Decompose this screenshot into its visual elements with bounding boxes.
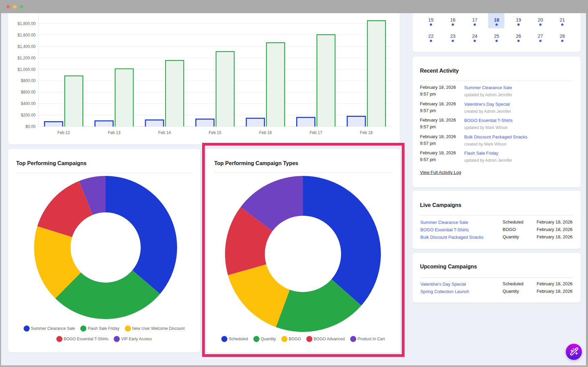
svg-text:21: 21 <box>560 17 565 23</box>
svg-text:$600.00: $600.00 <box>21 90 36 95</box>
svg-text:$2,000.00: $2,000.00 <box>18 13 36 14</box>
svg-text:$1,600.00: $1,600.00 <box>18 33 36 37</box>
svg-text:$1,800.00: $1,800.00 <box>18 21 36 26</box>
svg-text:17: 17 <box>472 17 477 23</box>
svg-text:Feb 15: Feb 15 <box>209 130 222 135</box>
svg-text:23: 23 <box>450 33 456 39</box>
svg-text:24: 24 <box>472 33 477 39</box>
svg-text:$1,200.00: $1,200.00 <box>18 56 36 60</box>
svg-text:19: 19 <box>516 17 521 23</box>
svg-text:16: 16 <box>450 17 456 23</box>
svg-text:$800.00: $800.00 <box>21 78 36 83</box>
svg-text:20: 20 <box>538 17 543 23</box>
svg-text:25: 25 <box>494 33 499 39</box>
svg-text:$1,400.00: $1,400.00 <box>18 44 36 49</box>
svg-text:Feb 14: Feb 14 <box>158 130 171 135</box>
svg-text:Feb 16: Feb 16 <box>259 130 272 135</box>
svg-text:$0.00: $0.00 <box>25 124 35 129</box>
svg-text:Feb 18: Feb 18 <box>360 130 373 135</box>
svg-text:Feb 17: Feb 17 <box>310 130 323 135</box>
svg-text:Feb 13: Feb 13 <box>108 130 121 135</box>
svg-text:$1,000.00: $1,000.00 <box>18 67 36 72</box>
svg-text:$400.00: $400.00 <box>21 101 36 106</box>
svg-text:18: 18 <box>494 17 499 23</box>
svg-text:22: 22 <box>428 33 434 39</box>
svg-text:28: 28 <box>560 33 565 39</box>
svg-text:27: 27 <box>538 33 543 39</box>
svg-text:26: 26 <box>516 33 521 39</box>
svg-text:Feb 12: Feb 12 <box>57 130 70 135</box>
svg-text:15: 15 <box>428 17 434 23</box>
svg-text:$200.00: $200.00 <box>21 113 36 117</box>
